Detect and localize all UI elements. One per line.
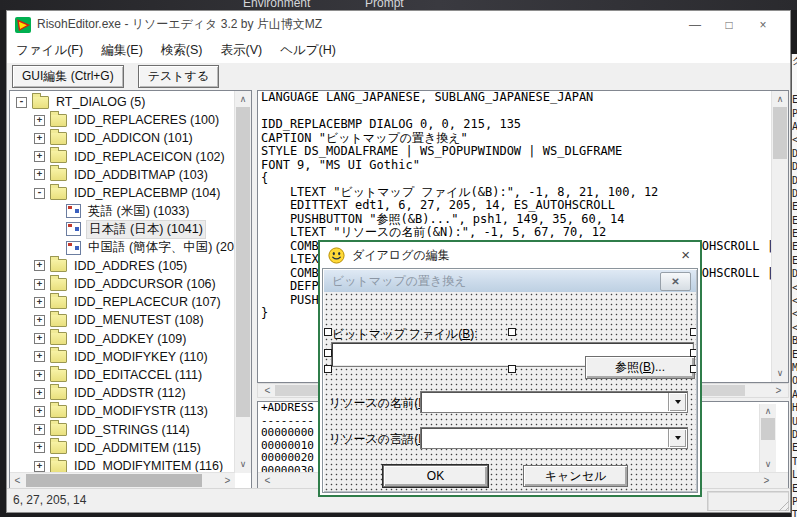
selection-handle[interactable] <box>324 328 332 336</box>
tree-item[interactable]: +IDD_MODIFYMITEM (116) <box>34 457 225 472</box>
expand-icon[interactable]: + <box>34 315 45 326</box>
scroll-right-icon[interactable]: > <box>759 473 774 488</box>
preview-close-button[interactable]: ✕ <box>660 272 691 291</box>
selection-handle[interactable] <box>508 365 516 373</box>
tree-item[interactable]: +IDD_ADDCURSOR (106) <box>34 275 218 293</box>
tree-item-label[interactable]: 日本語 (日本) (1041) <box>86 220 206 239</box>
tree-item[interactable]: +IDD_ADDRES (105) <box>34 257 189 275</box>
tree-item[interactable]: +IDD_MODIFYSTR (113) <box>34 402 210 420</box>
tree-item[interactable]: +IDD_REPLACEICON (102) <box>34 148 227 166</box>
toolbar-button-1[interactable]: テストする <box>138 65 219 88</box>
maximize-button[interactable]: □ <box>712 11 746 38</box>
tree-item-label[interactable]: IDD_ADDBITMAP (103) <box>72 168 210 182</box>
expand-icon[interactable]: + <box>34 260 45 271</box>
browse-button[interactable]: 参照(B)... <box>585 356 695 379</box>
scroll-up-icon[interactable]: ∧ <box>760 407 776 416</box>
tree-item[interactable]: 日本語 (日本) (1041) <box>52 220 206 238</box>
tree-item-label[interactable]: IDD_STRINGS (114) <box>72 423 192 437</box>
tree-item[interactable]: +IDD_MENUTEST (108) <box>34 311 206 329</box>
selection-handle[interactable] <box>508 328 516 336</box>
expand-icon[interactable]: + <box>34 442 45 453</box>
tree-item[interactable]: +IDD_ADDSTR (112) <box>34 384 188 402</box>
tree-item[interactable]: +IDD_ADDMITEM (115) <box>34 439 203 457</box>
menu-item-1[interactable]: 編集(E) <box>92 38 152 63</box>
tree-item-label[interactable]: 中国語 (簡体字、中国) (2052) <box>86 239 235 256</box>
tree-item-label[interactable]: IDD_ADDCURSOR (106) <box>72 277 218 291</box>
scroll-down-icon[interactable]: ∨ <box>772 369 788 378</box>
tree-item-label[interactable]: IDD_ADDMITEM (115) <box>72 441 203 455</box>
collapse-icon[interactable]: - <box>16 97 27 108</box>
menu-item-3[interactable]: 表示(V) <box>211 38 271 63</box>
tree-vscroll-thumb[interactable] <box>236 107 250 417</box>
editor-vscroll-thumb[interactable] <box>773 107 787 159</box>
editor-vertical-scrollbar[interactable]: ∧ ∨ <box>771 91 788 382</box>
scroll-up-icon[interactable]: ∧ <box>772 95 788 104</box>
scroll-left-icon[interactable]: < <box>260 384 275 397</box>
tree-item-label[interactable]: IDD_MODIFYSTR (113) <box>72 404 210 418</box>
scroll-up-icon[interactable]: ∧ <box>235 95 251 104</box>
tree-item[interactable]: 英語 (米国) (1033) <box>52 202 191 220</box>
tree-item-label[interactable]: IDD_MODIFYKEY (110) <box>72 350 210 364</box>
toolbar-button-0[interactable]: GUI編集 (Ctrl+G) <box>12 65 124 88</box>
expand-icon[interactable]: + <box>34 151 45 162</box>
hex-vertical-scrollbar[interactable]: ∧ ∨ <box>759 404 776 472</box>
scroll-down-icon[interactable]: ∨ <box>235 460 251 469</box>
tree-item-label[interactable]: IDD_REPLACERES (100) <box>72 113 221 127</box>
selection-handle[interactable] <box>690 349 696 357</box>
cancel-button[interactable]: キャンセル <box>523 465 628 487</box>
tree-item-label[interactable]: 英語 (米国) (1033) <box>86 203 191 220</box>
tree-item-label[interactable]: IDD_ADDSTR (112) <box>72 386 188 400</box>
tree-item[interactable]: +IDD_STRINGS (114) <box>34 421 192 439</box>
tree-item-label[interactable]: RT_DIALOG (5) <box>54 95 147 109</box>
tree-item[interactable]: +IDD_EDITACCEL (111) <box>34 366 204 384</box>
collapse-icon[interactable]: - <box>34 188 45 199</box>
scroll-down-icon[interactable]: ∨ <box>760 460 776 469</box>
menu-item-2[interactable]: 検索(S) <box>152 38 212 63</box>
tree-item[interactable]: +IDD_ADDKEY (109) <box>34 330 188 348</box>
expand-icon[interactable]: + <box>34 351 45 362</box>
resource-language-combobox[interactable] <box>420 427 688 449</box>
expand-icon[interactable]: + <box>34 297 45 308</box>
tree-item[interactable]: +IDD_ADDICON (101) <box>34 129 195 147</box>
expand-icon[interactable]: + <box>34 461 45 472</box>
selection-handle[interactable] <box>690 328 696 336</box>
expand-icon[interactable]: + <box>34 370 45 381</box>
menu-item-4[interactable]: ヘルプ(H) <box>271 38 345 63</box>
close-button[interactable]: × <box>746 11 780 38</box>
hex-vscroll-thumb[interactable] <box>761 418 775 440</box>
tree-item-label[interactable]: IDD_REPLACEBMP (104) <box>72 186 222 200</box>
expand-icon[interactable]: + <box>34 424 45 435</box>
tree-item[interactable]: +IDD_REPLACECUR (107) <box>34 293 223 311</box>
expand-icon[interactable]: + <box>34 279 45 290</box>
tree-item-label[interactable]: IDD_ADDKEY (109) <box>72 332 188 346</box>
dropdown-button[interactable] <box>668 429 686 447</box>
scroll-right-icon[interactable]: > <box>220 473 235 488</box>
tree-item[interactable]: +IDD_MODIFYKEY (110) <box>34 348 210 366</box>
tree-horizontal-scrollbar[interactable]: < > <box>10 472 235 488</box>
minimize-button[interactable]: — <box>678 11 712 38</box>
tree-item-label[interactable]: IDD_MENUTEST (108) <box>72 313 206 327</box>
tree-item-label[interactable]: IDD_REPLACEICON (102) <box>72 150 227 164</box>
expand-icon[interactable]: + <box>34 333 45 344</box>
tree-item-label[interactable]: IDD_ADDRES (105) <box>72 259 189 273</box>
tree-item-label[interactable]: IDD_ADDICON (101) <box>72 131 195 145</box>
tree-hscroll-thumb[interactable] <box>26 474 202 487</box>
tree-item[interactable]: +IDD_REPLACERES (100) <box>34 111 221 129</box>
expand-icon[interactable]: + <box>34 406 45 417</box>
tree-item-label[interactable]: IDD_MODIFYMITEM (116) <box>72 459 225 472</box>
selection-handle[interactable] <box>324 365 332 373</box>
expand-icon[interactable]: + <box>34 115 45 126</box>
expand-icon[interactable]: + <box>34 169 45 180</box>
dropdown-button[interactable] <box>668 393 686 411</box>
tree-item[interactable]: +IDD_ADDBITMAP (103) <box>34 166 210 184</box>
tree-item[interactable]: -RT_DIALOG (5) <box>16 93 147 111</box>
scroll-left-icon[interactable]: < <box>260 473 275 488</box>
selection-handle[interactable] <box>324 349 332 357</box>
tree-item-label[interactable]: IDD_EDITACCEL (111) <box>72 368 204 382</box>
selection-handle[interactable] <box>690 365 696 373</box>
ok-button[interactable]: OK <box>383 465 488 487</box>
expand-icon[interactable]: + <box>34 133 45 144</box>
menu-item-0[interactable]: ファイル(F) <box>7 38 92 63</box>
resource-name-combobox[interactable] <box>420 391 688 413</box>
tree-item-label[interactable]: IDD_REPLACECUR (107) <box>72 295 223 309</box>
